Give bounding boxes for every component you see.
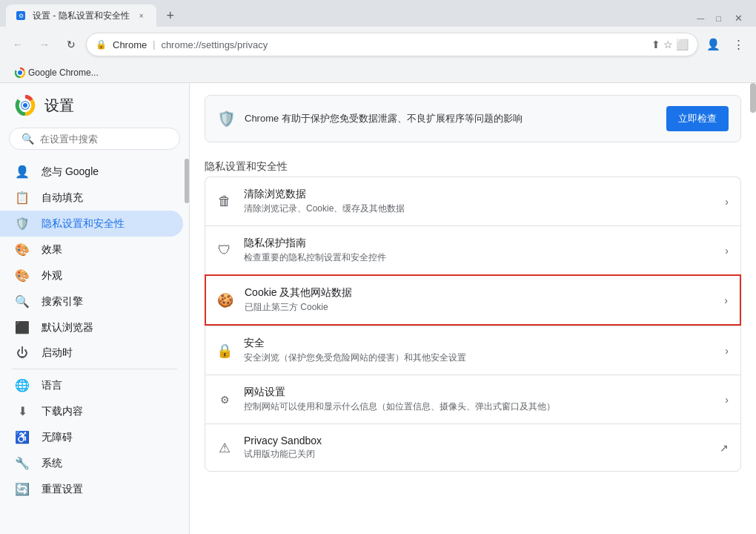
clear-browsing-text: 清除浏览数据 清除浏览记录、Cookie、缓存及其他数据 bbox=[244, 188, 713, 215]
window-min-button[interactable]: — bbox=[691, 14, 710, 22]
sidebar-item-accessibility[interactable]: ♿ 无障碍 bbox=[0, 424, 183, 450]
sidebar-item-privacy[interactable]: 🛡️ 隐私设置和安全性 bbox=[0, 211, 183, 237]
window-max-button[interactable]: □ bbox=[710, 14, 727, 23]
sidebar-item-reset-label: 重置设置 bbox=[42, 483, 83, 496]
sidebar-divider bbox=[12, 369, 177, 369]
privacy-guide-title: 隐私保护指南 bbox=[244, 237, 713, 250]
site-settings-title: 网站设置 bbox=[244, 386, 713, 399]
sidebar-item-reset[interactable]: 🔄 重置设置 bbox=[0, 476, 183, 502]
sidebar: 设置 🔍 👤 您与 Google 📋 自动填充 🛡️ 隐私设置和安全性 🎨 bbox=[0, 83, 190, 534]
omnibox[interactable]: 🔒 Chrome | chrome://settings/privacy ⬆ ☆… bbox=[86, 33, 698, 56]
shield-icon: 🛡️ bbox=[217, 110, 236, 128]
tab-title: 设置 - 隐私设置和安全性 bbox=[33, 10, 130, 22]
toolbar-right: 👤 ⋮ bbox=[701, 33, 750, 56]
cookies-title: Cookie 及其他网站数据 bbox=[245, 286, 712, 300]
chrome-logo bbox=[15, 95, 36, 116]
clear-browsing-item[interactable]: 🗑 清除浏览数据 清除浏览记录、Cookie、缓存及其他数据 › bbox=[205, 177, 741, 225]
sidebar-item-downloads-label: 下载内容 bbox=[42, 405, 83, 418]
sidebar-item-startup[interactable]: ⏻ 启动时 bbox=[0, 340, 183, 366]
clear-browsing-arrow: › bbox=[725, 196, 729, 208]
site-settings-text: 网站设置 控制网站可以使用和显示什么信息（如位置信息、摄像头、弹出式窗口及其他） bbox=[244, 386, 713, 413]
titlebar: ⚙ 设置 - 隐私设置和安全性 × + — □ ✕ bbox=[0, 0, 756, 27]
search-box[interactable]: 🔍 bbox=[9, 128, 180, 150]
cookies-item[interactable]: 🍪 Cookie 及其他网站数据 已阻止第三方 Cookie › bbox=[205, 274, 741, 326]
omnibox-path: chrome://settings/privacy bbox=[161, 39, 268, 50]
sidebar-item-appearance[interactable]: 🎨 外观 bbox=[0, 263, 183, 289]
banner-text: Chrome 有助于保护您免受数据泄露、不良扩展程序等问题的影响 bbox=[245, 112, 657, 125]
sidebar-item-effects[interactable]: 🎨 效果 bbox=[0, 237, 183, 263]
bookmarks-bar: Google Chrome... bbox=[0, 62, 756, 83]
addressbar-row: ← → ↻ 🔒 Chrome | chrome://settings/priva… bbox=[0, 27, 756, 62]
system-icon: 🔧 bbox=[15, 456, 30, 470]
sidebar-item-downloads[interactable]: ⬇ 下载内容 bbox=[0, 398, 183, 424]
sidebar-item-privacy-label: 隐私设置和安全性 bbox=[42, 217, 125, 231]
sidebar-item-accessibility-label: 无障碍 bbox=[42, 431, 73, 444]
window-controls: — □ ✕ bbox=[691, 13, 750, 24]
external-link-icon: ↗ bbox=[720, 442, 729, 454]
clear-browsing-subtitle: 清除浏览记录、Cookie、缓存及其他数据 bbox=[244, 202, 713, 215]
new-tab-button[interactable]: + bbox=[159, 4, 182, 27]
privacy-guide-text: 隐私保护指南 检查重要的隐私控制设置和安全控件 bbox=[244, 237, 713, 264]
back-button[interactable]: ← bbox=[6, 33, 30, 56]
forward-button[interactable]: → bbox=[33, 33, 56, 56]
cookies-arrow: › bbox=[724, 294, 728, 306]
autofill-icon: 📋 bbox=[15, 191, 30, 205]
sidebar-item-google[interactable]: 👤 您与 Google bbox=[0, 159, 183, 185]
accessibility-icon: ♿ bbox=[15, 430, 30, 444]
sidebar-item-appearance-label: 外观 bbox=[42, 269, 62, 283]
effects-icon: 🎨 bbox=[15, 243, 30, 257]
sidebar-item-autofill[interactable]: 📋 自动填充 bbox=[0, 185, 183, 211]
content-scrollbar[interactable] bbox=[750, 83, 756, 534]
svg-point-7 bbox=[23, 103, 27, 108]
svg-text:⚙: ⚙ bbox=[19, 13, 24, 19]
site-settings-subtitle: 控制网站可以使用和显示什么信息（如位置信息、摄像头、弹出式窗口及其他） bbox=[244, 400, 713, 413]
privacy-guide-arrow: › bbox=[725, 245, 729, 257]
sidebar-item-google-label: 您与 Google bbox=[42, 165, 99, 179]
copy-tab-icon[interactable]: ⬜ bbox=[676, 39, 689, 50]
cookies-subtitle: 已阻止第三方 Cookie bbox=[245, 301, 712, 314]
google-icon: 👤 bbox=[15, 165, 30, 179]
privacy-sandbox-text: Privacy Sandbox 试用版功能已关闭 bbox=[244, 435, 708, 461]
privacy-guide-icon: 🛡 bbox=[217, 243, 232, 258]
security-title: 安全 bbox=[244, 337, 713, 350]
cookies-text: Cookie 及其他网站数据 已阻止第三方 Cookie bbox=[245, 286, 712, 314]
sandbox-icon: ⚠ bbox=[217, 441, 232, 455]
sidebar-item-browser[interactable]: ⬛ 默认浏览器 bbox=[0, 314, 183, 340]
refresh-button[interactable]: ↻ bbox=[59, 33, 83, 56]
check-now-button[interactable]: 立即检查 bbox=[666, 106, 729, 131]
search-input[interactable] bbox=[40, 134, 168, 145]
bookmark-icon[interactable]: ☆ bbox=[663, 39, 673, 50]
privacy-sandbox-item[interactable]: ⚠ Privacy Sandbox 试用版功能已关闭 ↗ bbox=[205, 423, 741, 472]
search-engine-icon: 🔍 bbox=[15, 294, 30, 309]
privacy-guide-item[interactable]: 🛡 隐私保护指南 检查重要的隐私控制设置和安全控件 › bbox=[205, 225, 741, 274]
site-settings-icon: ⚙ bbox=[217, 392, 232, 407]
security-item[interactable]: 🔒 安全 安全浏览（保护您免受危险网站的侵害）和其他安全设置 › bbox=[205, 326, 741, 375]
bookmark-label: Google Chrome... bbox=[28, 67, 99, 78]
sidebar-scrollbar-thumb bbox=[185, 159, 189, 203]
cookie-icon: 🍪 bbox=[218, 293, 233, 308]
main-container: 设置 🔍 👤 您与 Google 📋 自动填充 🛡️ 隐私设置和安全性 🎨 bbox=[0, 83, 756, 534]
search-box-container: 🔍 bbox=[0, 128, 189, 159]
section-title: 隐私设置和安全性 bbox=[190, 154, 756, 177]
sidebar-item-system[interactable]: 🔧 系统 bbox=[0, 450, 183, 476]
profile-button[interactable]: 👤 bbox=[701, 33, 725, 56]
window-close-button[interactable]: ✕ bbox=[727, 13, 750, 24]
security-subtitle: 安全浏览（保护您免受危险网站的侵害）和其他安全设置 bbox=[244, 352, 713, 364]
site-settings-item[interactable]: ⚙ 网站设置 控制网站可以使用和显示什么信息（如位置信息、摄像头、弹出式窗口及其… bbox=[205, 375, 741, 423]
bookmark-item-chrome[interactable]: Google Chrome... bbox=[9, 66, 105, 79]
sidebar-item-system-label: 系统 bbox=[42, 457, 62, 470]
sidebar-item-search[interactable]: 🔍 搜索引擎 bbox=[0, 289, 183, 314]
sidebar-item-startup-label: 启动时 bbox=[42, 346, 73, 360]
tab-close-button[interactable]: × bbox=[136, 10, 147, 22]
downloads-icon: ⬇ bbox=[15, 404, 30, 418]
startup-icon: ⏻ bbox=[15, 346, 30, 360]
share-icon[interactable]: ⬆ bbox=[651, 39, 660, 50]
site-settings-arrow: › bbox=[725, 394, 729, 406]
active-tab[interactable]: ⚙ 设置 - 隐私设置和安全性 × bbox=[6, 4, 156, 27]
menu-button[interactable]: ⋮ bbox=[726, 33, 750, 56]
privacy-sandbox-title: Privacy Sandbox bbox=[244, 435, 708, 446]
sidebar-scrollbar[interactable] bbox=[185, 159, 189, 502]
sidebar-item-autofill-label: 自动填充 bbox=[42, 191, 83, 205]
content-scrollbar-thumb bbox=[750, 83, 756, 113]
sidebar-item-language[interactable]: 🌐 语言 bbox=[0, 372, 183, 398]
